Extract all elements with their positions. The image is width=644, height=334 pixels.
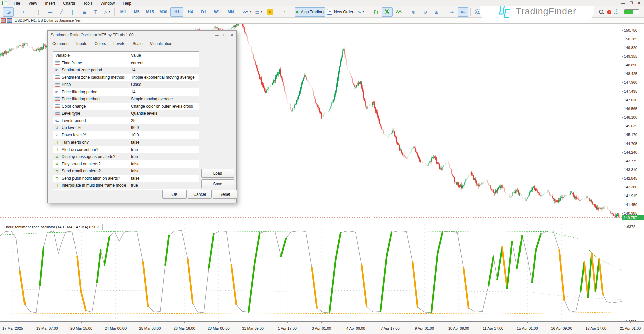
variable-value[interactable]: 14 — [131, 68, 135, 72]
algo-trading-button[interactable]: ▶Algo Trading — [295, 7, 325, 17]
timeframe-m1[interactable]: M1 — [117, 7, 130, 17]
timeframe-w1[interactable]: W1 — [211, 7, 224, 17]
ok-button[interactable]: OK — [162, 190, 187, 199]
indicators-window[interactable]: ▤▾ — [253, 7, 264, 17]
dialog-tab-common[interactable]: Common — [52, 41, 69, 49]
input-row[interactable]: Price filtering methodSimple moving aver… — [53, 96, 199, 103]
dialog-title-bar[interactable]: Sentiment Ratio Oscillator MT5 by TFLab … — [48, 31, 236, 39]
menu-insert[interactable]: Insert — [41, 0, 59, 6]
chart-tab-label[interactable]: USDJPY, H1: US Dollar vs Japanise Yen — [15, 18, 81, 22]
input-row[interactable]: ⇉Send email on alerts?false — [53, 168, 199, 175]
zoom-in-button[interactable]: ⊕ — [408, 7, 419, 17]
dialog-tab-colors[interactable]: Colors — [94, 41, 106, 49]
input-row[interactable]: ½Down level %10.0 — [53, 131, 199, 139]
line-chart-type[interactable] — [393, 7, 404, 17]
chart-list-icon[interactable] — [7, 18, 12, 23]
variable-value[interactable]: Simple moving average — [131, 97, 173, 101]
dialog-tab-scale[interactable]: Scale — [133, 41, 143, 49]
input-row[interactable]: ½Up level %90.0 — [53, 124, 199, 132]
inputs-table[interactable]: VariableValueTime framecurrent01Sentimen… — [53, 51, 199, 190]
dialog-tab-visualization[interactable]: Visualization — [150, 41, 172, 49]
price-scale[interactable]: 151.215150.750150.285149.820149.355148.8… — [622, 23, 644, 323]
candles-chart-type[interactable] — [382, 7, 393, 17]
cursor-tool[interactable] — [3, 7, 14, 17]
variable-value[interactable]: false — [131, 176, 139, 181]
variable-value[interactable]: Close — [131, 82, 141, 87]
input-row[interactable]: ⇉Display messageas on alerts?true — [53, 153, 199, 161]
auto-scroll-button[interactable]: ⇥ — [446, 7, 457, 17]
variable-value[interactable]: Change color on outer levels cross — [131, 104, 193, 109]
input-row[interactable]: ⇉Interpolate in multi time frame modetru… — [53, 182, 199, 189]
variable-value[interactable]: false — [131, 140, 139, 145]
dropdown-caret-icon[interactable]: ▾ — [363, 10, 364, 13]
input-row[interactable]: ⇉Turn alerts on?false — [53, 139, 199, 146]
input-row[interactable]: Sentiment zone calculating methodTripple… — [53, 74, 199, 81]
variable-value[interactable]: false — [131, 162, 139, 166]
variable-value[interactable]: true — [131, 183, 138, 188]
input-row[interactable]: ⇉Play sound on alerts?false — [53, 160, 199, 168]
tile-windows-button[interactable]: ⊞ — [431, 7, 442, 17]
oscillator-panel[interactable] — [0, 223, 622, 322]
input-row[interactable]: Level typeQuantile levels — [53, 110, 199, 117]
bars-chart-type[interactable] — [370, 7, 381, 17]
zoom-out-button[interactable]: ⊖ — [420, 7, 431, 17]
dialog-maximize[interactable]: ❐ — [223, 33, 226, 37]
input-row[interactable]: 01Sentiment zone period14 — [53, 67, 199, 74]
vertical-line-tool[interactable]: | — [33, 7, 44, 17]
time-axis[interactable]: 17 Mar 202519 Mar 07:0020 Mar 15:0024 Ma… — [0, 321, 644, 334]
variable-value[interactable]: true — [131, 154, 138, 159]
variable-value[interactable]: 90.0 — [131, 125, 139, 130]
variable-value[interactable]: 14 — [131, 90, 135, 94]
dropdown-caret-icon[interactable]: ▾ — [261, 10, 262, 13]
chart-template[interactable]: ▾ — [241, 7, 253, 17]
minimize-button[interactable]: — — [621, 1, 625, 5]
menu-help[interactable]: Help — [119, 0, 135, 6]
variable-value[interactable]: false — [131, 169, 139, 173]
reset-button[interactable]: Reset — [213, 190, 237, 199]
variable-value[interactable]: 25 — [131, 118, 135, 123]
variable-value[interactable]: Quantile levels — [131, 111, 157, 116]
fibonacci-tool[interactable]: ≣ — [79, 7, 90, 17]
dropdown-caret-icon[interactable]: ▾ — [250, 10, 251, 13]
load-button[interactable]: Load — [201, 169, 234, 178]
dialog-tab-levels[interactable]: Levels — [113, 41, 125, 49]
cancel-button[interactable]: Cancel — [188, 190, 212, 199]
input-row[interactable]: 01Price filtering period14 — [53, 88, 199, 96]
dialog-tab-inputs[interactable]: Inputs — [76, 41, 87, 49]
menu-view[interactable]: View — [24, 0, 41, 6]
timeframe-h4[interactable]: H4 — [184, 7, 197, 17]
input-row[interactable]: ⇉Alert on current bar?true — [53, 146, 199, 153]
insert-indicator[interactable]: ∿▾ — [355, 7, 366, 17]
depth-of-market[interactable]: ↑↓ — [280, 7, 291, 17]
close-button[interactable]: ✕ — [638, 1, 641, 5]
timeframe-d1[interactable]: D1 — [197, 7, 210, 17]
input-row[interactable]: 01Levels period25 — [53, 117, 199, 124]
symbols-dollar[interactable]: $ — [265, 7, 276, 17]
crosshair-tool[interactable]: + — [18, 7, 29, 17]
menu-tools[interactable]: Tools — [79, 0, 97, 6]
dialog-minimize[interactable]: — — [215, 33, 219, 37]
maximize-button[interactable]: ❐ — [630, 1, 633, 5]
timeframe-m5[interactable]: M5 — [130, 7, 143, 17]
input-row[interactable]: Color changeChange color on outer levels… — [53, 103, 199, 110]
menu-window[interactable]: Window — [97, 0, 119, 6]
horizontal-line-tool[interactable]: — — [45, 7, 55, 17]
variable-value[interactable]: current — [131, 61, 143, 65]
menu-file[interactable]: File — [10, 0, 24, 6]
text-tool[interactable]: T — [90, 7, 101, 17]
dialog-close[interactable]: ✕ — [231, 33, 233, 37]
timeframe-m30[interactable]: M30 — [157, 7, 170, 17]
timeframe-h1[interactable]: H1 — [170, 7, 183, 17]
market-watch-icon[interactable] — [1, 18, 6, 23]
variable-value[interactable]: Tripple exponential moving average — [131, 75, 195, 80]
channel-tool[interactable]: ∥ — [67, 7, 78, 17]
input-row[interactable]: PriceClose — [53, 81, 199, 89]
shapes-tool[interactable]: △▾ — [102, 7, 112, 17]
timeframe-m15[interactable]: M15 — [144, 7, 156, 17]
save-button[interactable]: Save — [201, 179, 234, 188]
resize-grip[interactable]: ⋰ — [232, 199, 235, 203]
input-row[interactable]: Time framecurrent — [53, 59, 199, 67]
trendline-tool[interactable]: ╱ — [56, 7, 67, 17]
new-order-button[interactable]: +New Order — [326, 7, 355, 17]
search-icon[interactable] — [599, 10, 603, 14]
